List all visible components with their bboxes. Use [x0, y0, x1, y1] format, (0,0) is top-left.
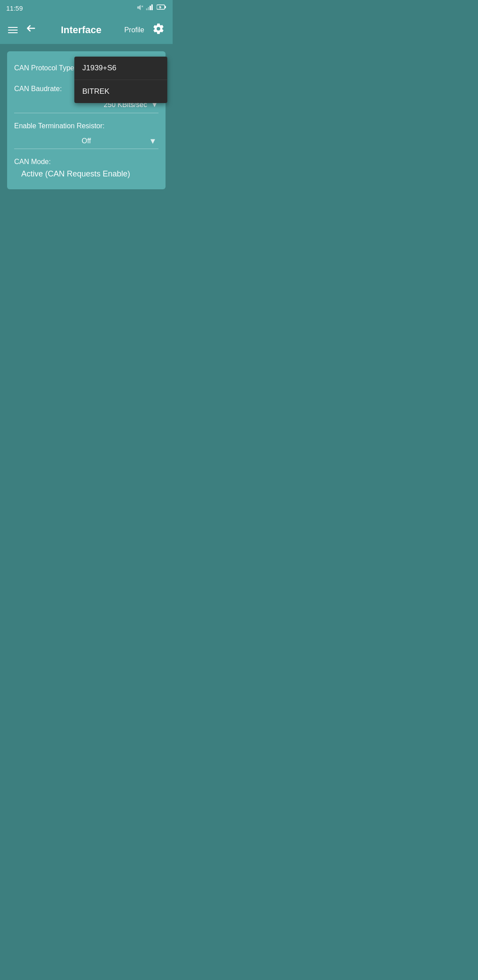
protocol-option-bitrek[interactable]: BITREK	[74, 80, 167, 103]
hamburger-menu[interactable]	[4, 23, 21, 37]
termination-row: Enable Termination Resistor: Off ▼	[14, 122, 158, 149]
svg-rect-5	[151, 4, 153, 10]
protocol-option-j1939[interactable]: J1939+S6	[74, 57, 167, 80]
termination-arrow-icon: ▼	[149, 137, 157, 146]
can-protocol-label: CAN Protocol Type:	[14, 64, 79, 72]
can-mode-row: CAN Mode: Active (CAN Requests Enable)	[14, 158, 158, 179]
nav-bar: Interface Profile	[0, 16, 173, 44]
protocol-dropdown-popup[interactable]: J1939+S6 BITREK	[74, 57, 167, 103]
status-time: 11:59	[6, 4, 23, 12]
profile-button[interactable]: Profile	[122, 23, 147, 38]
svg-rect-7	[165, 6, 166, 8]
termination-dropdown[interactable]: Off ▼	[14, 134, 158, 149]
termination-label: Enable Termination Resistor:	[14, 122, 158, 130]
can-mode-label: CAN Mode:	[14, 158, 158, 166]
page-title: Interface	[41, 24, 122, 36]
status-bar: 11:59	[0, 0, 173, 16]
settings-card: CAN Protocol Type: J1939+S6 BITREK ▼	[7, 51, 166, 189]
svg-rect-4	[150, 6, 151, 10]
termination-value: Off	[81, 137, 91, 145]
mute-icon	[136, 4, 143, 12]
status-icons	[136, 4, 166, 12]
can-mode-value: Active (CAN Requests Enable)	[14, 169, 158, 179]
main-content: CAN Protocol Type: J1939+S6 BITREK ▼	[0, 44, 173, 354]
signal-icon	[146, 4, 154, 12]
app-screen: 11:59	[0, 0, 173, 354]
settings-button[interactable]	[149, 19, 168, 41]
svg-rect-3	[148, 7, 149, 10]
back-button[interactable]	[21, 19, 41, 40]
battery-icon	[157, 4, 166, 12]
svg-rect-2	[146, 8, 147, 10]
